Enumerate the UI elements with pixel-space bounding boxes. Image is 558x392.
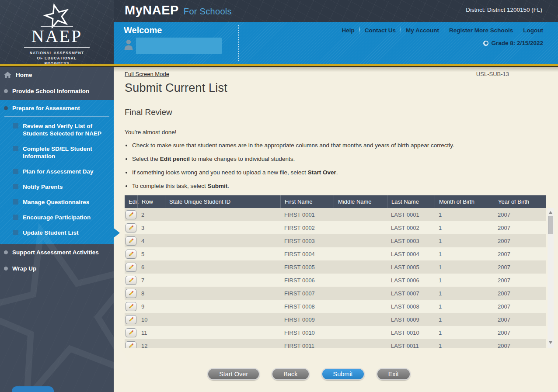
nav-link-help[interactable]: Help [337, 27, 359, 34]
square-bullet-icon [13, 215, 18, 220]
instruction-item: To complete this task, select Submit. [132, 182, 492, 190]
sidebar-item-wrap-up[interactable]: Wrap Up [0, 260, 114, 277]
nav-link-logout[interactable]: Logout [518, 27, 543, 34]
back-button[interactable]: Back [272, 368, 309, 380]
sidebar-item-prepare-for-assessment[interactable]: Prepare for Assessment [0, 100, 114, 116]
nav-link-my-account[interactable]: My Account [401, 27, 444, 34]
table-row: 6FIRST 0005LAST 000512007 [125, 260, 546, 274]
intro-text: You're almost done! [125, 129, 558, 135]
cell-month-of-birth: 1 [435, 264, 494, 271]
square-bullet-icon [13, 169, 18, 174]
exit-button[interactable]: Exit [377, 368, 411, 380]
edit-button[interactable] [126, 341, 136, 348]
instruction-bold-text: Submit [208, 183, 228, 189]
utility-nav: HelpContact UsMy AccountRegister More Sc… [337, 27, 543, 34]
sidebar-item-home[interactable]: Home [0, 67, 114, 83]
sidebar-item-notify-parents[interactable]: Notify Parents [0, 179, 114, 194]
brand-subtitle: For Schools [184, 7, 232, 17]
logo-acronym: NAEP [31, 27, 82, 46]
mynaep-page: MyNAEP For Schools District: District 12… [0, 0, 558, 392]
full-screen-mode-link[interactable]: Full Screen Mode [125, 71, 169, 77]
cell-row: 11 [137, 330, 165, 336]
table-scrollbar[interactable] [548, 208, 554, 348]
instruction-item: Select the Edit pencil to make changes t… [132, 155, 492, 163]
cell-month-of-birth: 1 [435, 316, 494, 323]
cell-month-of-birth: 1 [435, 238, 494, 244]
scrollbar-thumb[interactable] [548, 216, 553, 234]
edit-button[interactable] [126, 315, 136, 324]
cell-first-name: FIRST 0011 [280, 343, 334, 348]
sidebar-item-encourage-participation[interactable]: Encourage Participation [0, 210, 114, 225]
sidebar-item-manage-questionnaires[interactable]: Manage Questionnaires [0, 194, 114, 210]
sidebar-item-review-and-verify-list-of-students-selected-for-naep[interactable]: Review and Verify List of Students Selec… [0, 118, 114, 141]
cell-last-name: LAST 0002 [387, 225, 435, 231]
edit-button[interactable] [126, 263, 136, 272]
instructions-list: Check to make sure that student names ar… [132, 141, 492, 190]
sidebar-item-provide-school-information[interactable]: Provide School Information [0, 83, 114, 99]
cell-last-name: LAST 0007 [387, 290, 435, 297]
sidebar-item-label: Prepare for Assessment [12, 104, 80, 112]
edit-button[interactable] [126, 236, 136, 246]
start-over-button[interactable]: Start Over [207, 368, 260, 380]
main-content: Full Screen Mode USL-SUB-13 Submit Curre… [114, 67, 558, 392]
sidebar-item-support-assessment-activities[interactable]: Support Assessment Activities [0, 244, 114, 260]
nav-link-contact-us[interactable]: Contact Us [359, 27, 401, 34]
sidebar-item-label: Encourage Participation [23, 214, 91, 221]
column-header-first-name: First Name [280, 195, 334, 208]
cell-last-name: LAST 0010 [387, 330, 435, 336]
grade-status-label: Grade 8: 2/15/2022 [491, 40, 543, 46]
pencil-icon [128, 225, 134, 231]
scroll-up-icon[interactable] [549, 211, 552, 214]
cell-last-name: LAST 0008 [387, 303, 435, 310]
instruction-text: Select the [132, 156, 160, 162]
pencil-icon [128, 278, 134, 283]
edit-button[interactable] [126, 250, 136, 259]
cell-first-name: FIRST 0003 [280, 238, 334, 244]
instruction-text: . [227, 183, 229, 189]
nav-link-register-more-schools[interactable]: Register More Schools [444, 27, 518, 34]
sidebar-item-complete-sd-el-student-information[interactable]: Complete SD/EL Student Information [0, 141, 114, 164]
cell-month-of-birth: 1 [435, 330, 494, 336]
edit-button[interactable] [126, 328, 136, 337]
instruction-text: To complete this task, select [132, 183, 208, 189]
pencil-icon [128, 304, 134, 309]
cell-month-of-birth: 1 [435, 290, 494, 297]
naep-logo: NAEP NATIONAL ASSESSMENTOF EDUCATIONALPR… [0, 0, 114, 66]
edit-button[interactable] [126, 289, 136, 298]
scroll-down-icon[interactable] [549, 341, 552, 344]
table-body: 2FIRST 0001LAST 0001120073FIRST 0002LAST… [125, 208, 546, 348]
submit-button[interactable]: Submit [321, 368, 365, 380]
edit-button[interactable] [126, 210, 136, 219]
cell-first-name: FIRST 0010 [280, 330, 334, 336]
sidebar-item-plan-for-assessment-day[interactable]: Plan for Assessment Day [0, 164, 114, 179]
edit-cell [125, 289, 137, 298]
table-row: 7FIRST 0006LAST 000612007 [125, 274, 546, 287]
table-row: 4FIRST 0003LAST 000312007 [125, 234, 546, 247]
edit-button[interactable] [126, 276, 136, 285]
table-header-row: EditRowState Unique Student IDFirst Name… [125, 195, 546, 208]
sidebar-item-label: Support Assessment Activities [12, 249, 99, 256]
sidebar-item-label: Wrap Up [12, 265, 36, 272]
edit-button[interactable] [126, 302, 136, 311]
cell-year-of-birth: 2007 [494, 303, 546, 310]
edit-button[interactable] [126, 223, 136, 232]
header-utility: HelpContact UsMy AccountRegister More Sc… [239, 22, 558, 64]
pencil-icon [128, 251, 134, 257]
cell-year-of-birth: 2007 [494, 316, 546, 323]
sidebar-item-update-student-list[interactable]: Update Student List [0, 225, 114, 240]
table-row: 12FIRST 0011LAST 001112007 [125, 339, 546, 348]
column-header-edit: Edit [125, 195, 137, 208]
chat-tab[interactable] [12, 386, 54, 392]
section-title: Final Review [125, 108, 558, 117]
edit-cell [125, 236, 137, 246]
sidebar-section-prepare-for-assessment: Prepare for AssessmentReview and Verify … [0, 100, 114, 244]
cell-last-name: LAST 0004 [387, 251, 435, 257]
cell-last-name: LAST 0005 [387, 264, 435, 271]
welcome-label: Welcome [124, 25, 238, 35]
cell-row: 6 [137, 264, 165, 271]
sidebar-item-label: Update Student List [23, 229, 79, 236]
edit-cell [125, 223, 137, 232]
cell-row: 7 [137, 277, 165, 284]
logo-caption-line: OF EDUCATIONAL [30, 56, 84, 61]
instruction-text: to make changes to individual students. [190, 156, 295, 162]
